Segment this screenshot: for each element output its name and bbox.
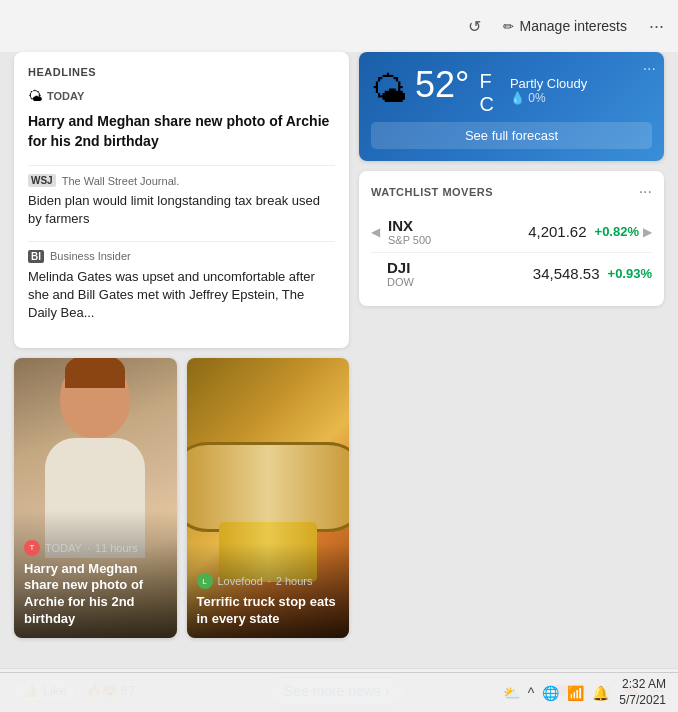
harry-news-card[interactable]: T TODAY · 11 hours Harry and Meghan shar… [14, 358, 177, 638]
forecast-button[interactable]: See full forecast [371, 122, 652, 149]
food-time-value: 2 hours [276, 575, 313, 587]
harry-source-row: T TODAY · 11 hours [24, 540, 167, 556]
food-source-row: L Lovefood · 2 hours [197, 573, 340, 589]
stock-row-dji[interactable]: DJI DOW 34,548.53 +0.93% [371, 253, 652, 294]
refresh-icon[interactable]: ↺ [468, 17, 481, 36]
right-column: ··· 🌤 52° FC Partly Cloudy 💧 0% See full… [359, 52, 664, 668]
main-content: HEADLINES 🌤 TODAY Harry and Meghan share… [0, 52, 678, 668]
watchlist-header: WATCHLIST MOVERS ··· [371, 183, 652, 201]
inx-change: +0.82% [595, 224, 639, 239]
watchlist-more-icon[interactable]: ··· [639, 183, 652, 201]
bi-logo: BI [28, 250, 44, 263]
harry-hair [65, 358, 125, 388]
food-wrap-illustration [187, 442, 350, 532]
food-card-title: Terrific truck stop eats in every state [197, 594, 340, 628]
taskbar: ⛅ ^ 🌐 📶 🔔 2:32 AM 5/7/2021 [0, 672, 678, 712]
pencil-icon: ✏ [503, 19, 514, 34]
more-options-icon[interactable]: ··· [649, 16, 664, 37]
stock-row-inx[interactable]: ◀ INX S&P 500 4,201.62 +0.82% ▶ [371, 211, 652, 253]
harry-card-overlay: T TODAY · 11 hours Harry and Meghan shar… [14, 510, 177, 639]
taskbar-icons: ⛅ ^ 🌐 📶 🔔 [503, 685, 610, 701]
weather-description-col: Partly Cloudy 💧 0% [510, 76, 587, 105]
weather-precipitation: 💧 0% [510, 91, 587, 105]
headlines-card: HEADLINES 🌤 TODAY Harry and Meghan share… [14, 52, 349, 348]
taskbar-caret-icon[interactable]: ^ [528, 685, 535, 701]
food-source-dot: L [197, 573, 213, 589]
stock-inx-info: INX S&P 500 [388, 217, 520, 246]
taskbar-network-icon[interactable]: 🌐 [542, 685, 559, 701]
stock-dji-info: DJI DOW [387, 259, 525, 288]
food-time: · [268, 575, 271, 587]
dji-price: 34,548.53 [533, 265, 600, 282]
taskbar-time: 2:32 AM 5/7/2021 [619, 677, 666, 708]
watchlist-title: WATCHLIST MOVERS [371, 186, 493, 198]
headlines-title: HEADLINES [28, 66, 335, 78]
harry-time: · [87, 542, 90, 554]
taskbar-weather-icon: ⛅ [503, 685, 520, 701]
harry-card-title: Harry and Meghan share new photo of Arch… [24, 561, 167, 629]
divider2 [28, 241, 335, 242]
left-column: HEADLINES 🌤 TODAY Harry and Meghan share… [14, 52, 349, 668]
headline-article3-title[interactable]: Melinda Gates was upset and uncomfortabl… [28, 268, 335, 323]
taskbar-notification-icon[interactable]: 🔔 [592, 685, 609, 701]
food-source-label: Lovefood [218, 575, 263, 587]
precip-icon: 💧 [510, 91, 525, 105]
inx-price: 4,201.62 [528, 223, 586, 240]
divider1 [28, 165, 335, 166]
dji-ticker: DJI [387, 259, 525, 276]
today-label: TODAY [47, 90, 84, 102]
weather-description: Partly Cloudy [510, 76, 587, 91]
food-card-overlay: L Lovefood · 2 hours Terrific truck stop… [187, 543, 350, 638]
manage-interests-button[interactable]: ✏ Manage interests [495, 14, 635, 38]
weather-temperature: 52° FC [415, 64, 494, 116]
today-badge: 🌤 TODAY [28, 88, 335, 104]
inx-name: S&P 500 [388, 234, 520, 246]
dji-change: +0.93% [608, 266, 652, 281]
manage-interests-label: Manage interests [520, 18, 627, 34]
taskbar-date: 5/7/2021 [619, 693, 666, 709]
harry-head [60, 358, 130, 438]
taskbar-clock: 2:32 AM [619, 677, 666, 693]
wsj-name: The Wall Street Journal. [62, 175, 180, 187]
article2-source-row: WSJ The Wall Street Journal. [28, 174, 335, 187]
weather-unit: FC [479, 64, 493, 116]
wsj-logo: WSJ [28, 174, 56, 187]
top-bar: ↺ ✏ Manage interests ··· [0, 0, 678, 52]
stock-next-icon[interactable]: ▶ [643, 225, 652, 239]
taskbar-wifi-icon[interactable]: 📶 [567, 685, 584, 701]
food-news-card[interactable]: L Lovefood · 2 hours Terrific truck stop… [187, 358, 350, 638]
watchlist-card: WATCHLIST MOVERS ··· ◀ INX S&P 500 4,201… [359, 171, 664, 306]
harry-source-dot: T [24, 540, 40, 556]
inx-ticker: INX [388, 217, 520, 234]
bi-name: Business Insider [50, 250, 131, 262]
stock-prev-icon[interactable]: ◀ [371, 225, 380, 239]
harry-source-label: TODAY [45, 542, 82, 554]
weather-icon: 🌤 [371, 69, 407, 111]
article3-source-row: BI Business Insider [28, 250, 335, 263]
headline-article2-title[interactable]: Biden plan would limit longstanding tax … [28, 192, 335, 228]
news-images-row: T TODAY · 11 hours Harry and Meghan shar… [14, 358, 349, 638]
harry-time-value: 11 hours [95, 542, 138, 554]
headline-article1-title[interactable]: Harry and Meghan share new photo of Arch… [28, 112, 335, 151]
weather-main-row: 🌤 52° FC Partly Cloudy 💧 0% [371, 64, 652, 116]
dji-name: DOW [387, 276, 525, 288]
weather-more-icon[interactable]: ··· [643, 60, 656, 78]
today-weather-icon: 🌤 [28, 88, 42, 104]
weather-card: ··· 🌤 52° FC Partly Cloudy 💧 0% See full… [359, 52, 664, 161]
